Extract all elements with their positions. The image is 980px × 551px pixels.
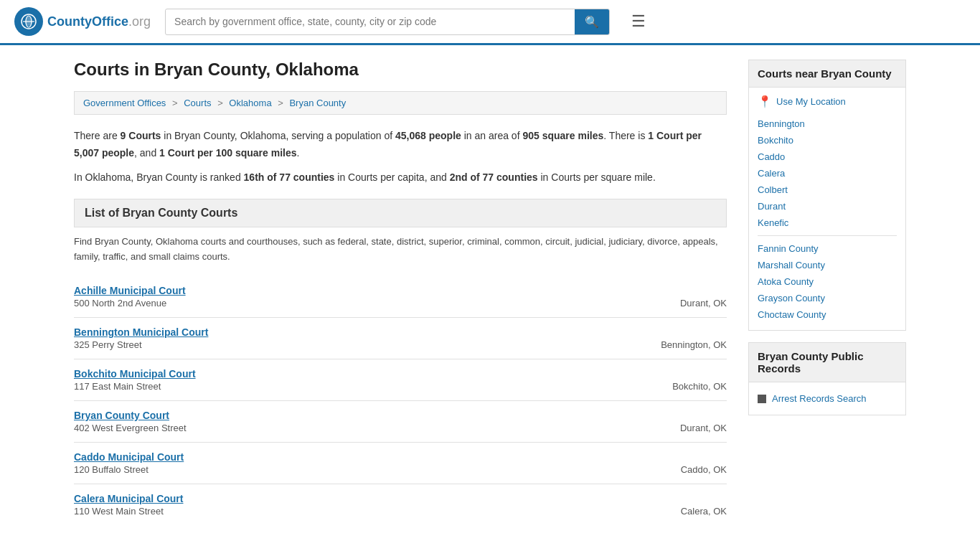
court-name[interactable]: Caddo Municipal Court (74, 451, 184, 463)
nearby-city-link[interactable]: Calera (758, 165, 897, 182)
courts-near-section: Courts near Bryan County 📍 Use My Locati… (748, 60, 906, 331)
site-header: CountyOffice.org 🔍 ☰ (0, 0, 980, 45)
site-logo[interactable]: CountyOffice.org (14, 7, 151, 36)
courts-near-body: 📍 Use My Location BenningtonBokchitoCadd… (749, 88, 905, 330)
nearby-city-link[interactable]: Kenefic (758, 215, 897, 231)
content-area: Courts in Bryan County, Oklahoma Governm… (74, 60, 727, 525)
court-name[interactable]: Achille Municipal Court (74, 285, 186, 296)
nearby-county-link[interactable]: Atoka County (758, 273, 897, 290)
nearby-city-link[interactable]: Colbert (758, 182, 897, 198)
nearby-cities: BenningtonBokchitoCaddoCaleraColbertDura… (758, 116, 897, 231)
breadcrumb-government-offices[interactable]: Government Offices (83, 98, 166, 108)
court-address: 500 North 2nd Avenue (74, 298, 186, 309)
court-location: Bokchito, OK (672, 368, 727, 392)
court-location: Durant, OK (680, 285, 727, 309)
court-name[interactable]: Calera Municipal Court (74, 493, 183, 504)
logo-text: CountyOffice.org (47, 14, 151, 29)
public-records-title: Bryan County Public Records (749, 343, 905, 382)
nearby-county-link[interactable]: Choctaw County (758, 306, 897, 323)
court-info: Bokchito Municipal Court 117 East Main S… (74, 368, 196, 392)
court-info: Calera Municipal Court 110 West Main Str… (74, 493, 183, 517)
court-item: Calera Municipal Court 110 West Main Str… (74, 484, 727, 525)
nearby-county-link[interactable]: Grayson County (758, 290, 897, 306)
list-section-header: List of Bryan County Courts (74, 199, 727, 227)
court-item: Bennington Municipal Court 325 Perry Str… (74, 318, 727, 359)
search-bar: 🔍 (165, 9, 610, 35)
court-item: Achille Municipal Court 500 North 2nd Av… (74, 276, 727, 318)
nearby-county-link[interactable]: Fannin County (758, 240, 897, 257)
nearby-city-link[interactable]: Bennington (758, 116, 897, 132)
records-link[interactable]: Arrest Records Search (772, 393, 867, 404)
nearby-city-link[interactable]: Bokchito (758, 132, 897, 149)
sidebar: Courts near Bryan County 📍 Use My Locati… (748, 60, 906, 525)
court-info: Caddo Municipal Court 120 Buffalo Street (74, 451, 184, 475)
breadcrumb-courts[interactable]: Courts (184, 98, 211, 108)
stats-paragraph-1: There are 9 Courts in Bryan County, Okla… (74, 128, 727, 162)
records-bullet-icon (758, 395, 766, 403)
court-name[interactable]: Bokchito Municipal Court (74, 368, 196, 380)
court-address: 110 West Main Street (74, 506, 183, 517)
court-name[interactable]: Bryan County Court (74, 410, 187, 421)
public-records-body: Arrest Records Search (749, 382, 905, 415)
breadcrumb: Government Offices > Courts > Oklahoma >… (74, 91, 727, 115)
sidebar-divider (758, 235, 897, 236)
public-records-section: Bryan County Public Records Arrest Recor… (748, 342, 906, 415)
court-address: 120 Buffalo Street (74, 464, 184, 475)
court-name[interactable]: Bennington Municipal Court (74, 326, 208, 338)
search-input[interactable] (166, 10, 575, 33)
location-icon: 📍 (758, 95, 772, 108)
nearby-city-link[interactable]: Caddo (758, 149, 897, 165)
court-info: Achille Municipal Court 500 North 2nd Av… (74, 285, 186, 309)
search-icon: 🔍 (585, 16, 599, 28)
breadcrumb-bryan-county[interactable]: Bryan County (289, 98, 346, 108)
court-address: 325 Perry Street (74, 339, 208, 350)
nearby-counties: Fannin CountyMarshall CountyAtoka County… (758, 240, 897, 323)
stats-paragraph-2: In Oklahoma, Bryan County is ranked 16th… (74, 169, 727, 187)
court-item: Caddo Municipal Court 120 Buffalo Street… (74, 443, 727, 484)
records-items: Arrest Records Search (758, 390, 897, 408)
court-location: Caddo, OK (681, 451, 727, 475)
nearby-county-link[interactable]: Marshall County (758, 257, 897, 273)
court-location: Durant, OK (680, 410, 727, 433)
page-title: Courts in Bryan County, Oklahoma (74, 60, 727, 80)
courts-near-title: Courts near Bryan County (749, 60, 905, 88)
breadcrumb-oklahoma[interactable]: Oklahoma (229, 98, 271, 108)
court-info: Bennington Municipal Court 325 Perry Str… (74, 326, 208, 350)
list-section-description: Find Bryan County, Oklahoma courts and c… (74, 235, 727, 265)
court-item: Bryan County Court 402 West Evergreen St… (74, 401, 727, 443)
search-button[interactable]: 🔍 (575, 9, 609, 34)
nearby-city-link[interactable]: Durant (758, 198, 897, 215)
courts-list: Achille Municipal Court 500 North 2nd Av… (74, 276, 727, 525)
use-my-location-btn[interactable]: 📍 Use My Location (758, 95, 897, 108)
court-info: Bryan County Court 402 West Evergreen St… (74, 410, 187, 433)
logo-icon (14, 7, 43, 36)
court-address: 117 East Main Street (74, 381, 196, 392)
records-item: Arrest Records Search (758, 390, 897, 408)
court-address: 402 West Evergreen Street (74, 423, 187, 433)
court-location: Bennington, OK (661, 326, 727, 350)
court-location: Calera, OK (681, 493, 727, 517)
menu-icon[interactable]: ☰ (631, 12, 646, 31)
main-container: Courts in Bryan County, Oklahoma Governm… (60, 45, 920, 540)
court-item: Bokchito Municipal Court 117 East Main S… (74, 359, 727, 401)
